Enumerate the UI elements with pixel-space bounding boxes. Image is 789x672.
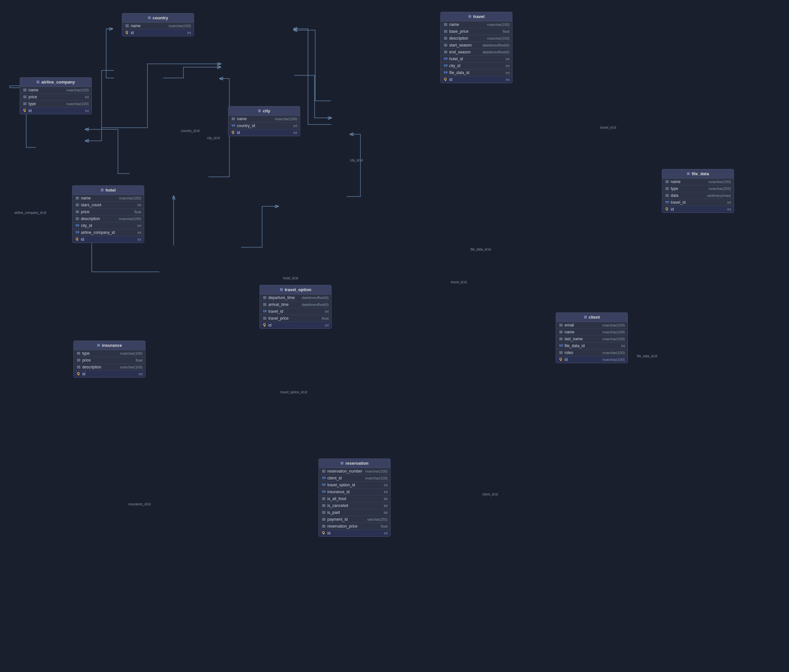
svg-rect-56 — [444, 25, 447, 26]
svg-rect-75 — [445, 66, 445, 67]
field-icon-travel_option-1 — [262, 302, 267, 307]
svg-point-79 — [444, 72, 445, 73]
field-name-client-4: roles — [565, 350, 601, 355]
svg-rect-168 — [323, 492, 324, 493]
svg-rect-78 — [447, 66, 447, 67]
field-row-hotel-5: airline_company_idint — [72, 229, 144, 236]
field-type-airline_company-1: int — [85, 95, 89, 99]
svg-rect-138 — [559, 333, 562, 333]
svg-rect-40 — [76, 220, 79, 220]
field-row-city-1: country_idint — [228, 123, 300, 129]
svg-rect-85 — [445, 80, 446, 81]
field-type-reservation-7: varchar(255) — [367, 518, 388, 521]
svg-rect-2 — [126, 27, 129, 27]
svg-point-125 — [265, 310, 267, 311]
field-type-travel-2: nvarchar(100) — [487, 37, 509, 40]
field-type-travel_option-1: datetimeoffset(6) — [302, 303, 329, 307]
field-icon-country-0 — [125, 24, 129, 28]
svg-rect-155 — [322, 472, 325, 473]
field-type-travel_option-3: float — [322, 316, 329, 320]
svg-rect-67 — [444, 52, 447, 53]
svg-rect-118 — [263, 298, 267, 299]
field-row-reservation-1: client_idnvarchar(100) — [319, 475, 390, 482]
svg-point-145 — [561, 344, 562, 346]
field-row-travel-6: city_idint — [441, 62, 512, 69]
field-icon-airline_company-1 — [22, 95, 27, 99]
connector-label-11: client_id:id — [482, 492, 498, 496]
svg-rect-163 — [323, 486, 324, 486]
svg-rect-137 — [559, 332, 562, 333]
field-name-travel-8: id — [449, 77, 504, 82]
svg-rect-52 — [77, 239, 77, 241]
svg-point-24 — [234, 124, 235, 126]
field-icon-file_data-0 — [665, 180, 669, 184]
field-row-travel_option-1: arrival_timedatetimeoffset(6) — [260, 301, 331, 308]
svg-point-49 — [78, 231, 79, 232]
table-hotel: ⊞hotelnamenvarchar(100)stars_countintpri… — [72, 185, 144, 243]
svg-rect-160 — [325, 478, 325, 479]
field-type-reservation-6: bit — [384, 511, 388, 514]
field-icon-city-2 — [231, 131, 236, 135]
field-name-hotel-0: name — [81, 196, 118, 201]
field-row-insurance-3: idint — [74, 371, 145, 377]
connector-label-0: country_id:id — [181, 129, 200, 133]
svg-rect-91 — [666, 188, 669, 189]
field-icon-insurance-3 — [76, 372, 81, 376]
svg-rect-170 — [325, 492, 325, 493]
field-name-travel-3: start_season — [449, 43, 481, 48]
svg-point-72 — [446, 57, 447, 59]
field-row-travel-3: start_seasondatetimeoffset(6) — [441, 42, 512, 49]
table-header-city: ⊞city — [228, 107, 300, 116]
field-row-reservation-6: is_paidbit — [319, 509, 390, 516]
table-header-hotel: ⊞hotel — [72, 186, 144, 195]
field-row-hotel-4: city_idint — [72, 222, 144, 229]
table-city: ⊞citynamenvarchar(100)country_idintidint — [228, 106, 300, 136]
field-row-travel-0: namenvarchar(100) — [441, 21, 512, 28]
field-name-airline_company-1: price — [29, 95, 83, 99]
svg-point-169 — [324, 490, 325, 492]
field-icon-city-0 — [231, 116, 236, 121]
svg-rect-65 — [444, 46, 447, 46]
svg-rect-120 — [263, 304, 267, 305]
field-row-file_data-4: idint — [662, 206, 734, 213]
table-title-hotel: hotel — [105, 188, 116, 193]
field-type-reservation-1: nvarchar(100) — [365, 476, 388, 480]
field-name-insurance-1: price — [82, 358, 134, 363]
svg-rect-47 — [76, 232, 77, 234]
svg-rect-4 — [126, 33, 127, 34]
svg-rect-68 — [444, 53, 447, 53]
svg-rect-131 — [264, 325, 265, 326]
svg-rect-151 — [560, 360, 561, 361]
field-icon-country-1 — [125, 30, 129, 35]
svg-rect-179 — [322, 513, 325, 514]
svg-rect-127 — [263, 317, 267, 318]
svg-rect-134 — [559, 325, 562, 325]
field-row-insurance-0: typenvarchar(100) — [74, 350, 145, 357]
table-header-country: ⊞country — [122, 13, 194, 22]
svg-point-41 — [76, 225, 77, 226]
svg-rect-55 — [444, 24, 447, 25]
field-type-client-5: nvarchar(100) — [602, 358, 625, 361]
svg-rect-86 — [446, 80, 446, 81]
svg-rect-135 — [559, 326, 562, 326]
svg-rect-34 — [76, 205, 79, 206]
field-row-hotel-1: stars_countint — [72, 202, 144, 209]
field-name-file_data-3: travel_id — [671, 200, 726, 205]
field-type-hotel-5: int — [137, 231, 141, 234]
table-header-client: ⊞client — [556, 313, 628, 322]
field-name-client-2: last_name — [565, 337, 601, 341]
field-type-travel-6: int — [506, 64, 509, 68]
field-row-client-0: emailnvarchar(100) — [556, 322, 628, 329]
field-type-hotel-6: int — [137, 237, 141, 241]
field-type-file_data-2: varbinary(max) — [707, 194, 731, 197]
field-icon-airline_company-0 — [22, 88, 27, 92]
svg-rect-157 — [323, 478, 323, 479]
svg-rect-11 — [23, 97, 27, 98]
field-name-client-1: name — [565, 330, 601, 334]
field-icon-travel-7 — [443, 70, 448, 75]
svg-point-164 — [324, 484, 325, 485]
svg-rect-139 — [559, 338, 562, 338]
svg-rect-154 — [322, 471, 325, 471]
svg-rect-88 — [666, 182, 669, 182]
field-icon-hotel-4 — [75, 223, 80, 228]
